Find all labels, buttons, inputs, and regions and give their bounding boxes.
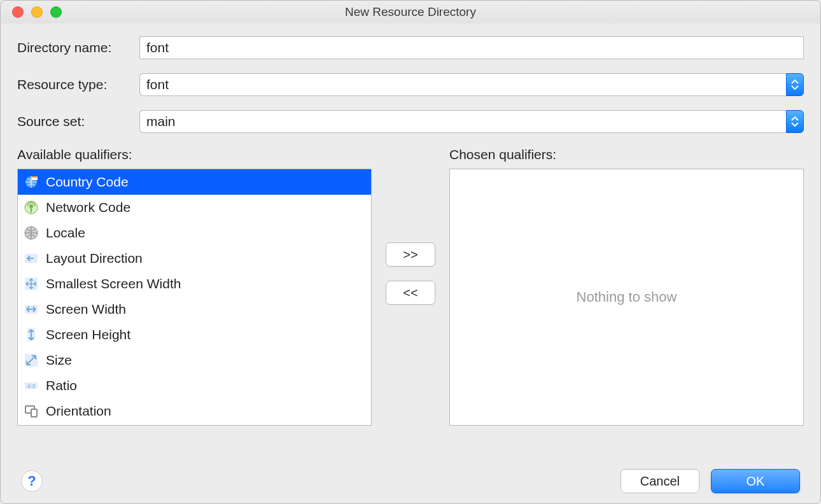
ratio-icon: 4:3 xyxy=(23,377,39,394)
titlebar: New Resource Directory xyxy=(1,1,820,24)
label-source-set: Source set: xyxy=(17,114,139,129)
qualifier-item-label: Network Code xyxy=(46,200,130,215)
label-directory-name: Directory name: xyxy=(17,40,139,55)
qualifier-item-label: Smallest Screen Width xyxy=(46,276,181,291)
chosen-qualifiers-list[interactable]: Nothing to show xyxy=(449,169,804,426)
qualifier-item-ratio[interactable]: 4:3Ratio xyxy=(18,373,371,398)
qualifier-item-country-code[interactable]: Country Code xyxy=(18,169,371,195)
resource-type-input[interactable] xyxy=(139,73,786,96)
dialog-footer: ? Cancel OK xyxy=(1,469,820,493)
add-qualifier-button[interactable]: >> xyxy=(386,242,435,267)
arrow-h-icon xyxy=(23,301,39,318)
svg-rect-2 xyxy=(32,176,38,178)
dialog-window: New Resource Directory Directory name: R… xyxy=(0,0,821,504)
qualifier-item-label: Layout Direction xyxy=(46,251,143,266)
qualifier-item-network-code[interactable]: Network Code xyxy=(18,195,371,220)
qualifier-item-locale[interactable]: Locale xyxy=(18,220,371,246)
qualifiers-row: Available qualifiers: Country CodeNetwor… xyxy=(17,147,804,426)
qualifier-item-label: Screen Height xyxy=(46,327,130,342)
help-button[interactable]: ? xyxy=(21,470,43,492)
qualifier-item-screen-width[interactable]: Screen Width xyxy=(18,297,371,322)
ok-button[interactable]: OK xyxy=(711,469,800,493)
row-source-set: Source set: xyxy=(17,110,804,133)
expand-icon xyxy=(23,352,39,368)
svg-point-4 xyxy=(29,204,33,208)
chosen-empty-text: Nothing to show xyxy=(577,289,677,305)
chevron-down-icon xyxy=(791,85,799,90)
qualifier-item-label: Locale xyxy=(46,225,85,241)
chosen-column: Chosen qualifiers: Nothing to show xyxy=(449,147,804,426)
svg-text:4:3: 4:3 xyxy=(27,383,36,389)
chevron-up-icon xyxy=(791,116,799,122)
qualifier-item-smallest-screen-width[interactable]: Smallest Screen Width xyxy=(18,271,371,297)
qualifier-item-size[interactable]: Size xyxy=(18,347,371,373)
cancel-button[interactable]: Cancel xyxy=(621,469,699,493)
qualifier-item-label: Size xyxy=(46,353,72,368)
label-resource-type: Resource type: xyxy=(17,77,139,92)
qualifier-item-label: Country Code xyxy=(46,174,129,190)
source-set-combo[interactable] xyxy=(139,110,804,133)
label-available-qualifiers: Available qualifiers: xyxy=(17,147,372,162)
device-icon xyxy=(23,403,39,419)
globe-flag-icon xyxy=(23,174,39,190)
remove-qualifier-button[interactable]: << xyxy=(386,281,435,305)
arrow-v-icon xyxy=(23,326,39,343)
svg-rect-15 xyxy=(31,409,37,417)
window-title: New Resource Directory xyxy=(1,5,820,19)
qualifier-item-label: Screen Width xyxy=(46,302,126,317)
qualifier-item-label: Ratio xyxy=(46,378,77,393)
arrows-out-icon xyxy=(23,276,39,292)
available-column: Available qualifiers: Country CodeNetwor… xyxy=(17,147,372,426)
qualifier-item-label: Orientation xyxy=(46,403,111,419)
source-set-stepper[interactable] xyxy=(786,110,804,133)
chevron-down-icon xyxy=(791,122,799,127)
globe-icon xyxy=(23,225,39,241)
label-chosen-qualifiers: Chosen qualifiers: xyxy=(449,147,804,162)
chevron-up-icon xyxy=(791,80,799,85)
resource-type-stepper[interactable] xyxy=(786,73,804,96)
available-qualifiers-list[interactable]: Country CodeNetwork CodeLocaleLayout Dir… xyxy=(17,169,372,426)
qualifier-item-layout-direction[interactable]: Layout Direction xyxy=(18,246,371,271)
qualifier-item-screen-height[interactable]: Screen Height xyxy=(18,322,371,347)
arrow-left-icon xyxy=(23,250,39,267)
row-directory-name: Directory name: xyxy=(17,36,804,59)
antenna-icon xyxy=(23,199,39,216)
source-set-input[interactable] xyxy=(139,110,786,133)
row-resource-type: Resource type: xyxy=(17,73,804,96)
dialog-content: Directory name: Resource type: Source se… xyxy=(1,24,820,426)
directory-name-input[interactable] xyxy=(139,36,804,59)
qualifier-item-orientation[interactable]: Orientation xyxy=(18,398,371,424)
transfer-buttons: >> << xyxy=(386,242,435,305)
resource-type-combo[interactable] xyxy=(139,73,804,96)
